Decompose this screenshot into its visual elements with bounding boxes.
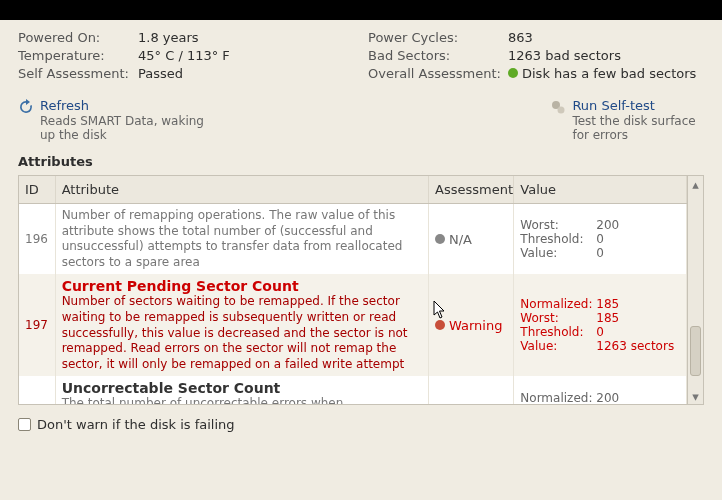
refresh-subtitle: Reads SMART Data, waking up the disk — [40, 114, 210, 142]
refresh-title: Refresh — [40, 98, 210, 113]
attributes-table: ID Attribute Assessment Value 196 Number… — [19, 176, 687, 404]
scroll-thumb[interactable] — [690, 326, 701, 376]
table-row[interactable]: 198 Uncorrectable Sector Count The total… — [19, 376, 687, 404]
selftest-title: Run Self-test — [572, 98, 704, 113]
powered-on-value: 1.8 years — [138, 30, 199, 45]
attr-id: 198 — [19, 376, 55, 404]
attr-id: 196 — [19, 204, 55, 275]
run-selftest-button[interactable]: Run Self-test Test the disk surface for … — [550, 98, 704, 142]
dont-warn-label[interactable]: Don't warn if the disk is failing — [37, 417, 235, 432]
attr-description: Number of remapping operations. The raw … — [62, 208, 422, 270]
assessment-cell: N/A — [435, 232, 507, 247]
powered-on-label: Powered On: — [18, 30, 138, 45]
value-cell: Worst:200 Threshold:0 Value:0 — [514, 204, 687, 275]
power-cycles-label: Power Cycles: — [368, 30, 508, 45]
col-header-attribute[interactable]: Attribute — [55, 176, 428, 204]
dont-warn-checkbox[interactable] — [18, 418, 31, 431]
table-row[interactable]: 197 Current Pending Sector Count Number … — [19, 274, 687, 376]
self-assessment-label: Self Assessment: — [18, 66, 138, 81]
svg-point-1 — [558, 107, 565, 114]
attr-title: Uncorrectable Sector Count — [62, 380, 422, 396]
scrollbar[interactable]: ▴ ▾ — [687, 176, 703, 404]
attr-description: Number of sectors waiting to be remapped… — [62, 294, 422, 372]
window-titlebar — [0, 0, 722, 20]
attr-description: The total number of uncorrectable errors… — [62, 396, 422, 404]
status-dot-icon — [435, 234, 445, 244]
overall-assessment-label: Overall Assessment: — [368, 66, 508, 81]
temperature-label: Temperature: — [18, 48, 138, 63]
scroll-down-icon[interactable]: ▾ — [688, 388, 703, 404]
refresh-button[interactable]: Refresh Reads SMART Data, waking up the … — [18, 98, 210, 142]
attr-id: 197 — [19, 274, 55, 376]
attr-title: Current Pending Sector Count — [62, 278, 422, 294]
col-header-id[interactable]: ID — [19, 176, 55, 204]
overall-assessment-value: Disk has a few bad sectors — [508, 66, 696, 81]
power-cycles-value: 863 — [508, 30, 533, 45]
bad-sectors-value: 1263 bad sectors — [508, 48, 621, 63]
refresh-icon — [18, 99, 34, 115]
status-dot-icon — [508, 68, 518, 78]
value-cell: Normalized:200 Worst:200 Threshold:0 — [514, 376, 687, 404]
attributes-heading: Attributes — [0, 152, 722, 175]
col-header-value[interactable]: Value — [514, 176, 687, 204]
self-assessment-value: Passed — [138, 66, 183, 81]
warning-dot-icon — [435, 320, 445, 330]
bad-sectors-label: Bad Sectors: — [368, 48, 508, 63]
scroll-up-icon[interactable]: ▴ — [688, 176, 703, 192]
assessment-cell: Warning — [435, 318, 507, 333]
selftest-subtitle: Test the disk surface for errors — [572, 114, 704, 142]
gears-icon — [550, 99, 566, 115]
table-row[interactable]: 196 Number of remapping operations. The … — [19, 204, 687, 275]
attributes-table-container: ID Attribute Assessment Value 196 Number… — [18, 175, 704, 405]
col-header-assessment[interactable]: Assessment — [429, 176, 514, 204]
value-cell: Normalized:185 Worst:185 Threshold:0 Val… — [514, 274, 687, 376]
disk-info-grid: Powered On: 1.8 years Power Cycles: 863 … — [0, 20, 722, 92]
temperature-value: 45° C / 113° F — [138, 48, 230, 63]
